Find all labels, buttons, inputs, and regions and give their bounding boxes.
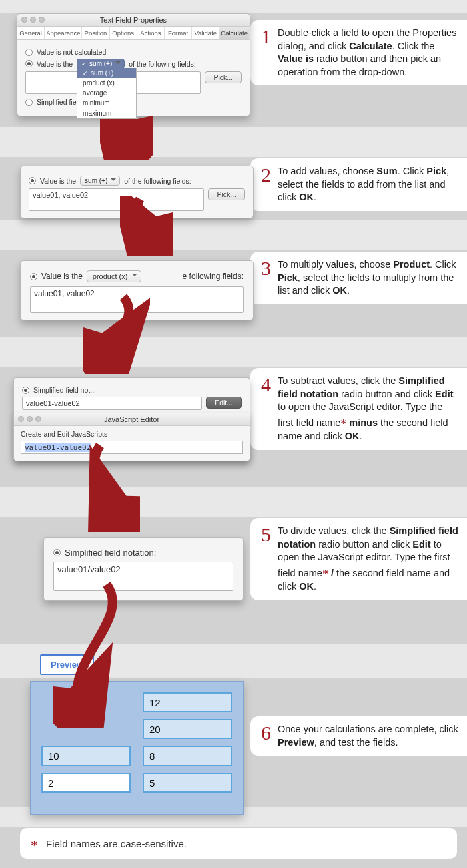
fields-list[interactable]: value01, value02 [30,286,244,313]
notation-field[interactable]: value01/value02 [53,562,234,591]
pick-button[interactable]: Pick... [208,188,245,200]
step-text: To add values, choose Sum. Click Pick, s… [278,165,460,204]
step-1: 1 Double-click a field to open the Prope… [250,20,467,85]
preview-field[interactable]: 5 [143,773,232,793]
product-panel: Value is the product (x) e following fie… [20,260,254,320]
js-code-field[interactable]: value01-value02 [21,441,243,454]
tab-general[interactable]: General [17,27,45,39]
tab-appearance[interactable]: Appearance [45,27,82,39]
sum-panel: Value is the sum (+) of the following fi… [20,166,254,218]
tab-calculate[interactable]: Calculate [219,27,250,39]
step-text: To multiply values, choose Product. Clic… [278,258,460,298]
radio-label: Value is the [37,60,73,68]
footnote-text: Field names are case-sensitive. [46,838,187,849]
dropdown-option[interactable]: minimum [77,98,136,108]
preview-form: 122010825 [30,681,244,815]
tab-format[interactable]: Format [165,27,192,39]
step-number: 6 [261,723,271,743]
window-titlebar: Text Field Properties [17,14,250,27]
preview-field[interactable]: 12 [143,692,232,712]
minimize-icon[interactable] [30,17,36,23]
step-3: 3 To multiply values, choose Product. Cl… [250,252,467,304]
radio-simplified[interactable] [53,549,61,556]
edit-button[interactable]: Edit... [206,397,242,409]
step-5: 5 To divide values, click the Simplified… [250,518,467,600]
tab-validate[interactable]: Validate [192,27,219,39]
asterisk-icon: * [31,837,38,854]
step-number: 2 [261,165,271,185]
subtract-panel: Simplified field not... value01-value02 … [13,377,250,461]
fields-list[interactable]: value01, value02 [29,188,204,211]
radio-label-suffix: of the following fields: [129,60,195,68]
step-6: 6 Once your calculations are complete, c… [250,716,467,756]
dropdown-menu: ✓sum (+)product (x)averageminimummaximum [77,68,137,119]
radio-label: Simplified field not... [33,386,96,394]
window-title: Text Field Properties [100,16,167,24]
step-text: To divide values, click the Simplified f… [278,525,460,594]
dropdown-option[interactable]: product (x) [77,78,136,88]
radio-simplified[interactable] [25,99,33,106]
dropdown-option[interactable]: ✓sum (+) [77,68,136,78]
tab-position[interactable]: Position [82,27,109,39]
radio-label: Simplified fie... [37,98,82,106]
close-icon[interactable] [21,17,27,23]
step-text: Once your calculations are complete, cli… [278,723,460,749]
tab-actions[interactable]: Actions [137,27,165,39]
window-titlebar: JavaScript Editor [14,413,250,426]
preview-field[interactable]: 8 [143,746,232,766]
radio-value-is[interactable] [25,60,33,67]
step-number: 3 [261,258,271,278]
js-editor-label: Create and Edit JavaScripts [21,430,243,438]
preview-field[interactable]: 2 [41,773,131,793]
preview-button[interactable]: Preview [40,654,94,675]
minimize-icon[interactable] [27,416,33,422]
step-number: 4 [261,375,271,395]
radio-value-is[interactable] [30,273,37,280]
step-text: To subtract values, click the Simplified… [278,375,460,443]
notation-field[interactable]: value01-value02 [22,397,202,410]
zoom-icon[interactable] [39,17,45,23]
radio-value-is[interactable] [29,177,36,184]
tab-options[interactable]: Options [110,27,137,39]
radio-not-calculated[interactable] [25,49,33,56]
step-text: Double-click a field to open the Propert… [278,27,460,79]
tabs: GeneralAppearancePositionOptionsActionsF… [17,27,250,40]
operation-dropdown[interactable]: product (x) [87,270,142,282]
radio-label: Simplified field notation: [65,548,156,558]
radio-label: Value is not calculated [37,48,106,56]
dropdown-option[interactable]: maximum [77,108,136,118]
step-number: 1 [261,27,271,47]
zoom-icon[interactable] [35,416,41,422]
operation-dropdown[interactable]: ✓sum (+) ✓sum (+)product (x)averageminim… [77,59,125,69]
step-number: 5 [261,525,271,545]
preview-field[interactable]: 20 [143,719,232,739]
pick-button[interactable]: Pick... [205,71,242,83]
preview-field[interactable]: 10 [41,746,131,766]
step-2: 2 To add values, choose Sum. Click Pick,… [250,158,467,211]
operation-dropdown[interactable]: sum (+) [80,176,120,186]
dropdown-option[interactable]: average [77,88,136,98]
properties-dialog: Text Field Properties GeneralAppearanceP… [17,13,250,116]
step-4: 4 To subtract values, click the Simplifi… [250,368,467,450]
radio-simplified[interactable] [22,387,29,394]
window-title: JavaScript Editor [104,415,159,423]
footnote: * Field names are case-sensitive. [20,828,457,859]
close-icon[interactable] [18,416,24,422]
divide-panel: Simplified field notation: value01/value… [43,537,244,601]
